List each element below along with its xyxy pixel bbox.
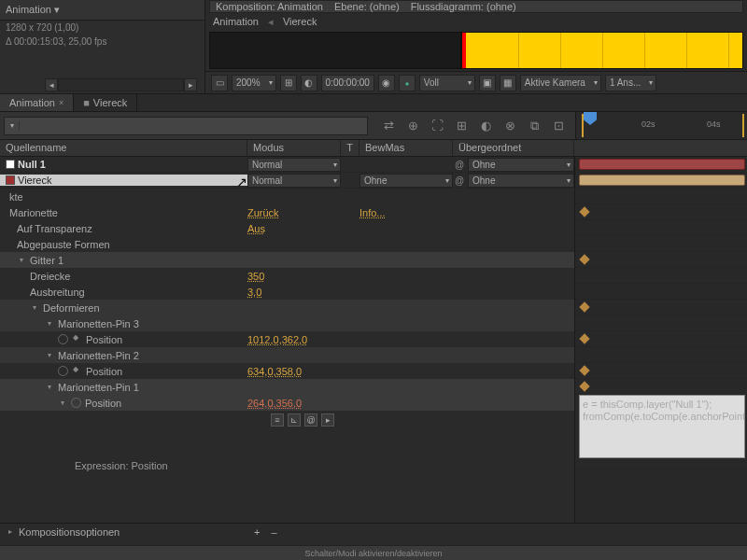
- twirl-icon[interactable]: ▾: [30, 303, 39, 312]
- scroll-right-icon[interactable]: ▸: [184, 78, 197, 91]
- scroll-track[interactable]: [58, 78, 184, 91]
- prop-position1[interactable]: ▾Position: [0, 398, 247, 409]
- crumb-viereck[interactable]: Viereck: [283, 16, 317, 27]
- resolution-select[interactable]: Voll: [419, 75, 475, 91]
- header-name[interactable]: Quellenname: [0, 140, 247, 156]
- val-info[interactable]: Info...: [359, 207, 434, 218]
- motion-blur-icon[interactable]: ◐: [476, 117, 495, 135]
- twirl-icon[interactable]: ▸: [6, 527, 15, 536]
- scroll-left-icon[interactable]: ◂: [45, 78, 58, 91]
- h-scrollbar[interactable]: ◂ ▸: [45, 78, 197, 91]
- crumb-animation[interactable]: Animation: [213, 16, 259, 27]
- minus-icon[interactable]: –: [265, 526, 282, 538]
- parent-select[interactable]: Ohne: [468, 158, 574, 172]
- brain-icon[interactable]: ⊗: [500, 117, 519, 135]
- prop-ausbreitung[interactable]: Ausbreitung: [0, 287, 247, 298]
- mask-icon[interactable]: ◐: [301, 75, 317, 91]
- tool-icon-2[interactable]: ⊕: [403, 117, 422, 135]
- parent-select[interactable]: Ohne: [468, 174, 574, 188]
- twirl-icon[interactable]: ▾: [58, 399, 67, 407]
- close-icon[interactable]: ×: [59, 98, 63, 107]
- keyframe-nav-icon[interactable]: [72, 334, 82, 344]
- prop-dreiecke[interactable]: Dreiecke: [0, 271, 247, 282]
- keyframe-icon[interactable]: [579, 333, 589, 343]
- channel-icon[interactable]: ⬥: [399, 75, 416, 91]
- keyframe-icon[interactable]: [579, 301, 589, 312]
- magnify-icon[interactable]: ▭: [211, 75, 228, 91]
- keyframe-icon[interactable]: [579, 365, 589, 375]
- val-pos2[interactable]: 634,0,358,0: [247, 366, 359, 377]
- val-dreiecke[interactable]: 350: [247, 271, 359, 282]
- comp-title[interactable]: Animation ▾: [0, 0, 204, 21]
- layer-viereck[interactable]: Normal Ohne @Ohne: [0, 173, 574, 189]
- expr-pickwhip-icon[interactable]: @: [304, 413, 317, 427]
- frame-blend-icon[interactable]: ⊞: [452, 117, 471, 135]
- komp-options[interactable]: Kompositionsoptionen: [15, 526, 248, 538]
- plus-icon[interactable]: +: [248, 526, 265, 538]
- pickwhip-icon[interactable]: @: [453, 174, 466, 187]
- prop-gitter[interactable]: ▾Gitter 1: [0, 255, 247, 266]
- views-select[interactable]: 1 Ans...: [605, 75, 656, 91]
- header-mode[interactable]: Modus: [247, 140, 341, 156]
- timeline-ruler[interactable]: 02s 04s: [575, 112, 747, 139]
- prop-abgepaust[interactable]: Abgepauste Formen: [0, 239, 247, 250]
- prop-pin2[interactable]: ▾Marionetten-Pin 2: [0, 350, 247, 361]
- trackmatte-select[interactable]: Ohne: [359, 174, 453, 188]
- stopwatch-icon[interactable]: [58, 366, 68, 376]
- tab-animation[interactable]: Animation×: [0, 94, 74, 111]
- header-t[interactable]: T: [341, 140, 359, 156]
- zoom-select[interactable]: 200%: [232, 75, 276, 91]
- val-pos3[interactable]: 1012,0,362,0: [247, 334, 359, 345]
- keyframe-icon[interactable]: [579, 206, 589, 217]
- tool-icon-1[interactable]: ⇄: [379, 117, 398, 135]
- prop-pin3[interactable]: ▾Marionetten-Pin 3: [0, 318, 247, 329]
- layer-bar-null1[interactable]: [579, 159, 745, 170]
- preview-area[interactable]: [209, 32, 743, 69]
- pickwhip-icon[interactable]: @: [453, 158, 466, 171]
- stopwatch-icon[interactable]: [71, 398, 81, 408]
- val-ausbreitung[interactable]: 3,0: [247, 287, 359, 298]
- playhead-icon[interactable]: [584, 112, 597, 125]
- val-pos1[interactable]: 264,0,356,0: [247, 398, 359, 409]
- timeline-search[interactable]: ▾: [4, 117, 368, 135]
- prop-pin1[interactable]: ▾Marionetten-Pin 1: [0, 382, 247, 393]
- grid-icon[interactable]: ⊞: [280, 75, 297, 91]
- twirl-icon[interactable]: ▾: [17, 256, 26, 264]
- prop-transparenz[interactable]: Auf Transparenz: [0, 223, 247, 234]
- mode-select[interactable]: Normal: [247, 174, 341, 188]
- layer-null1[interactable]: Null 1 Normal @Ohne: [0, 157, 574, 173]
- tool-icon-8[interactable]: ⊡: [549, 117, 568, 135]
- prop-deformieren[interactable]: ▾Deformieren: [0, 302, 247, 314]
- stopwatch-icon[interactable]: [58, 334, 68, 344]
- region-icon[interactable]: ▣: [479, 75, 496, 91]
- val-zurueck[interactable]: Zurück: [247, 207, 359, 218]
- mode-select[interactable]: Normal: [247, 158, 341, 172]
- header-bew[interactable]: BewMas: [359, 140, 453, 156]
- layer-name-input[interactable]: [18, 175, 233, 186]
- twirl-icon[interactable]: ▾: [45, 351, 54, 359]
- expr-enable-icon[interactable]: ≡: [271, 413, 284, 427]
- twirl-icon[interactable]: ▾: [45, 383, 54, 391]
- keyframe-nav-icon[interactable]: [72, 366, 82, 376]
- twirl-icon[interactable]: ▾: [45, 319, 54, 328]
- search-dropdown-icon[interactable]: ▾: [5, 121, 20, 130]
- snapshot-icon[interactable]: ◉: [378, 75, 395, 91]
- prop-marionette[interactable]: Marionette: [0, 207, 247, 218]
- expression-editor[interactable]: e = thisComp.layer("Null 1"); fromComp(e…: [579, 395, 745, 458]
- expr-graph-icon[interactable]: ⊾: [288, 413, 301, 427]
- header-parent[interactable]: Übergeordnet: [453, 140, 574, 156]
- expr-menu-icon[interactable]: ▸: [321, 413, 334, 427]
- val-aus[interactable]: Aus: [247, 223, 359, 234]
- keyframe-icon[interactable]: [579, 254, 589, 264]
- transparency-icon[interactable]: ▦: [500, 75, 516, 91]
- layer-bar-viereck[interactable]: [579, 175, 745, 186]
- tab-viereck[interactable]: ■ Viereck: [74, 94, 137, 111]
- shy-icon[interactable]: ⛶: [428, 117, 446, 135]
- prop-position2[interactable]: Position: [0, 366, 247, 377]
- camera-select[interactable]: Aktive Kamera: [520, 75, 601, 91]
- timeline-area[interactable]: e = thisComp.layer("Null 1"); fromComp(e…: [574, 157, 747, 523]
- prop-position3[interactable]: Position: [0, 334, 247, 345]
- timecode[interactable]: 0:00:00:00: [321, 75, 374, 91]
- keyframe-icon[interactable]: [579, 381, 589, 391]
- graph-icon[interactable]: ⧉: [525, 117, 543, 135]
